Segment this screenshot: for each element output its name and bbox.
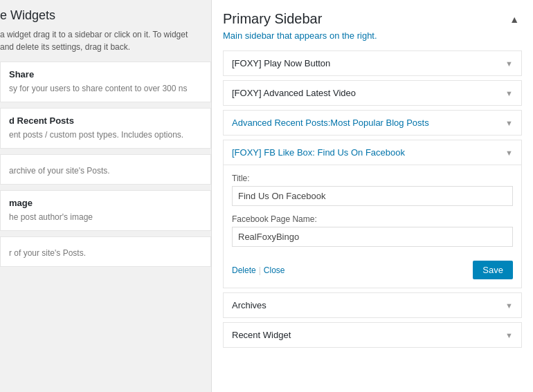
- widget-expanded-foxy-fb: [FOXY] FB Like Box: Find Us On Facebook …: [223, 140, 522, 288]
- widget-label-text: Advanced Recent Posts:: [232, 118, 330, 128]
- widget-row-header-recent-widget[interactable]: Recent Widget ▼: [224, 323, 521, 347]
- field-input-title[interactable]: [232, 186, 513, 206]
- widget-body-foxy-fb: Title: Facebook Page Name: Delete | Clos…: [224, 165, 521, 288]
- sidebar-title: Primary Sidebar: [223, 11, 322, 27]
- widget-card-misc[interactable]: r of your site's Posts.: [0, 236, 211, 267]
- widget-row-foxy-play: [FOXY] Play Now Button ▼: [223, 50, 522, 76]
- widget-label-archives: Archives: [232, 300, 266, 310]
- chevron-down-icon-recent: ▼: [505, 119, 513, 127]
- sidebar-description: Main sidebar that appears on the right.: [223, 30, 522, 41]
- widget-label-recent-widget: Recent Widget: [232, 330, 291, 340]
- widget-row-header-foxy-play[interactable]: [FOXY] Play Now Button ▼: [224, 51, 521, 75]
- widget-desc-archive: archive of your site's Posts.: [9, 165, 202, 177]
- widget-card-image[interactable]: mage he post author's image: [0, 190, 211, 231]
- widget-label-foxy-fb: [FOXY] FB Like Box: Find Us On Facebook: [232, 147, 405, 158]
- save-button[interactable]: Save: [473, 261, 513, 279]
- sidebar-header: Primary Sidebar ▲: [223, 11, 522, 28]
- widget-title-image: mage: [9, 198, 202, 208]
- widget-desc-share: sy for your users to share content to ov…: [9, 82, 202, 95]
- separator: |: [259, 265, 261, 275]
- widget-row-foxy-video: [FOXY] Advanced Latest Video ▼: [223, 80, 522, 106]
- widget-row-header-archives[interactable]: Archives ▼: [224, 293, 521, 317]
- chevron-down-icon-archives: ▼: [505, 301, 513, 310]
- widget-footer-links: Delete | Close: [232, 265, 285, 275]
- widget-label-advanced-recent: Advanced Recent Posts:Most Popular Blog …: [232, 118, 429, 128]
- widget-desc-image: he post author's image: [9, 211, 202, 223]
- sidebar-collapse-button[interactable]: ▲: [507, 11, 522, 28]
- widget-card-archive[interactable]: archive of your site's Posts.: [0, 154, 211, 185]
- left-panel-title: e Widgets: [0, 0, 211, 28]
- chevron-down-icon-fb: ▼: [505, 149, 513, 157]
- delete-link[interactable]: Delete: [232, 265, 256, 275]
- widget-row-advanced-recent: Advanced Recent Posts:Most Popular Blog …: [223, 110, 522, 136]
- widget-desc-misc: r of your site's Posts.: [9, 247, 202, 259]
- chevron-down-icon-play: ▼: [505, 59, 513, 68]
- widget-row-header-foxy-video[interactable]: [FOXY] Advanced Latest Video ▼: [224, 81, 521, 105]
- right-panel: Primary Sidebar ▲ Main sidebar that appe…: [211, 0, 533, 392]
- field-group-fb-page: Facebook Page Name:: [232, 214, 513, 247]
- widget-row-archives: Archives ▼: [223, 292, 522, 318]
- widget-row-header-advanced-recent[interactable]: Advanced Recent Posts:Most Popular Blog …: [224, 111, 521, 135]
- widget-desc-recent-posts: ent posts / custom post types. Includes …: [9, 129, 202, 141]
- widget-card-share[interactable]: Share sy for your users to share content…: [0, 62, 211, 102]
- widget-label-foxy-video: [FOXY] Advanced Latest Video: [232, 88, 356, 98]
- field-input-fb-page[interactable]: [232, 227, 513, 247]
- field-group-title: Title:: [232, 174, 513, 206]
- widget-title-recent-posts: d Recent Posts: [9, 115, 202, 126]
- widget-label-highlight: Most Popular Blog Posts: [330, 118, 428, 128]
- widget-row-header-foxy-fb[interactable]: [FOXY] FB Like Box: Find Us On Facebook …: [224, 140, 521, 165]
- close-link[interactable]: Close: [264, 265, 285, 275]
- widget-card-recent-posts[interactable]: d Recent Posts ent posts / custom post t…: [0, 108, 211, 149]
- left-panel: e Widgets a widget drag it to a sidebar …: [0, 0, 211, 392]
- left-panel-desc: a widget drag it to a sidebar or click o…: [0, 28, 211, 62]
- field-label-fb-page: Facebook Page Name:: [232, 214, 513, 224]
- field-label-title: Title:: [232, 174, 513, 183]
- widget-fb-label-highlight: Find Us On Facebook: [318, 147, 405, 158]
- widget-title-share: Share: [9, 69, 202, 80]
- chevron-down-icon-video: ▼: [505, 89, 513, 97]
- widget-fb-label-text: [FOXY] FB Like Box:: [232, 147, 315, 158]
- chevron-down-icon-recent-widget: ▼: [505, 331, 513, 339]
- widget-footer-foxy-fb: Delete | Close Save: [232, 255, 513, 279]
- widget-row-recent-widget: Recent Widget ▼: [223, 322, 522, 348]
- widget-label-foxy-play: [FOXY] Play Now Button: [232, 58, 330, 68]
